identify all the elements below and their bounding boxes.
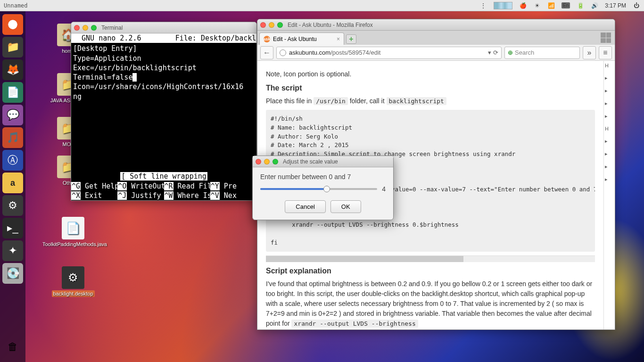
terminal-title: Terminal [101, 25, 123, 31]
minimize-button[interactable] [264, 159, 270, 165]
cursor [132, 73, 137, 82]
close-button[interactable] [260, 22, 266, 28]
firefox-window-title: Edit - Ask Ubuntu - Mozilla Firefox [288, 22, 373, 28]
explanation-text: I've found that optimal brightness is be… [266, 279, 595, 329]
close-button[interactable] [256, 159, 261, 165]
nav-toolbar: ← askubuntu.com/posts/589574/edit ▾⟳ ⊕ S… [257, 45, 615, 61]
session-icon[interactable]: ⏻ [633, 2, 640, 9]
dash-icon[interactable]: ◉ [2, 14, 23, 35]
back-button[interactable]: ← [260, 46, 273, 59]
search-bar[interactable]: ⊕ Search [504, 47, 580, 59]
scale-slider[interactable] [260, 188, 377, 190]
address-bar[interactable]: askubuntu.com/posts/589574/edit ▾⟳ [276, 47, 502, 59]
reload-icon[interactable]: ⟳ [493, 49, 498, 56]
sidebar-heading: H [605, 126, 614, 132]
note-text: Note, Icon portion is optional. [266, 69, 595, 79]
file-icon: 📄 [62, 217, 84, 239]
keyboard-layout-indicator[interactable]: En [561, 2, 570, 8]
firefox-icon[interactable]: 🦊 [2, 59, 23, 80]
window-controls [256, 159, 278, 165]
settings-icon[interactable]: ⚙ [2, 195, 23, 216]
sidebar-arrow-icon: ▸ [605, 138, 614, 144]
dialog-prompt: Enter number between 0 and 7 [260, 173, 386, 181]
amazon-icon[interactable]: a [2, 173, 23, 193]
unity-launcher: ◉ 📁 🦊 📄 💬 🎵 Ⓐ a ⚙ ▸_ ✦ 💽 🗑 [0, 11, 25, 362]
dialog-body: Enter number between 0 and 7 4 Cancel OK [253, 167, 393, 220]
heading-script: The script [266, 84, 595, 92]
terminal-window[interactable]: Terminal GNU nano 2.2.6 File: Desktop/ba… [71, 22, 257, 201]
trash-icon[interactable]: 🗑 [2, 337, 23, 357]
maximize-button[interactable] [277, 22, 283, 28]
browser-tab[interactable]: ask Edit - Ask Ubuntu × [259, 33, 344, 45]
maximize-button[interactable] [91, 25, 97, 31]
window-controls [74, 25, 97, 31]
gear-icon: ⚙ [62, 266, 84, 289]
top-menubar: Unnamed ⋮ 🍎 ☀ 📶 En 🔋 🔊 3:17 PM ⏻ [0, 0, 644, 11]
music-icon[interactable]: 🎵 [2, 127, 23, 148]
sidebar-heading: H [605, 63, 614, 68]
close-button[interactable] [74, 25, 80, 31]
minimize-button[interactable] [83, 25, 88, 31]
dialog-title: Adjust the scale value [283, 158, 338, 165]
chevron-button[interactable]: » [583, 46, 596, 59]
slider-thumb[interactable] [323, 186, 330, 192]
sidebar-arrow-icon: ▸ [605, 88, 614, 94]
apple-icon[interactable]: 🍎 [519, 2, 527, 9]
files-icon[interactable]: 📁 [2, 37, 23, 58]
tab-close-icon[interactable]: × [337, 36, 340, 42]
zenity-scale-dialog[interactable]: Adjust the scale value Enter number betw… [252, 156, 394, 220]
sidebar-arrow-icon: ▸ [605, 113, 614, 119]
libreoffice-icon[interactable]: 📄 [2, 82, 23, 103]
slider-fill [260, 188, 327, 190]
terminal-content[interactable]: GNU nano 2.2.6 File: Desktop/backl [Desk… [71, 33, 256, 200]
tab-groups-icon[interactable] [601, 33, 611, 43]
desktop-java-file[interactable]: 📄 ToolkitPaddingMethods.java [42, 217, 104, 247]
sidebar-column: H ▸ ▸ ▸ ▸ H ▸ ▸ ▸ ▸ [603, 61, 615, 329]
dialog-titlebar[interactable]: Adjust the scale value [253, 156, 393, 167]
drive-icon[interactable]: 💽 [2, 263, 23, 284]
slider-value: 4 [382, 185, 386, 193]
tab-title: Edit - Ask Ubuntu [273, 36, 317, 42]
clock[interactable]: 3:17 PM [605, 2, 626, 9]
ok-button[interactable]: OK [330, 200, 361, 213]
dialog-buttons: Cancel OK [260, 200, 386, 213]
nano-footer: [ Soft line wrapping ^G Get Help ^O Writ… [71, 172, 256, 200]
sidebar-arrow-icon: ▸ [605, 176, 614, 182]
active-window-title: Unnamed [4, 2, 28, 9]
sidebar-arrow-icon: ▸ [605, 100, 614, 107]
firefox-titlebar[interactable]: Edit - Ask Ubuntu - Mozilla Firefox [257, 19, 615, 31]
heading-explanation: Script explanation [266, 267, 595, 275]
cancel-button[interactable]: Cancel [285, 200, 325, 213]
workspace-icon[interactable]: ✦ [2, 240, 23, 261]
code-scrollbar[interactable] [266, 255, 595, 262]
pidgin-icon[interactable]: 💬 [2, 105, 23, 125]
sidebar-arrow-icon: ▸ [605, 75, 614, 81]
terminal-titlebar[interactable]: Terminal [71, 22, 256, 33]
askubuntu-favicon: ask [264, 36, 270, 42]
desktop-backlight-file[interactable]: ⚙ backlight.desktop [42, 266, 104, 296]
terminal-icon[interactable]: ▸_ [2, 218, 23, 239]
volume-icon[interactable]: 🔊 [591, 2, 598, 9]
nano-editor-content[interactable]: [Desktop Entry] Type=Application Exec=/u… [71, 43, 256, 102]
battery-icon[interactable]: 🔋 [577, 2, 584, 9]
window-controls [260, 22, 283, 28]
slider-row: 4 [260, 185, 386, 193]
minimize-button[interactable] [269, 22, 274, 28]
maximize-button[interactable] [272, 159, 278, 165]
brightness-icon[interactable]: ☀ [533, 2, 541, 9]
system-monitor-icon[interactable] [494, 2, 512, 9]
app-store-icon[interactable]: Ⓐ [2, 150, 23, 171]
globe-icon [280, 49, 286, 56]
search-plus-icon: ⊕ [508, 49, 513, 56]
new-tab-button[interactable]: + [346, 34, 356, 44]
indicator-icon[interactable]: ⋮ [479, 2, 487, 9]
system-tray: ⋮ 🍎 ☀ 📶 En 🔋 🔊 3:17 PM ⏻ [479, 2, 640, 9]
tab-bar: ask Edit - Ask Ubuntu × + [257, 31, 615, 45]
wifi-icon[interactable]: 📶 [547, 2, 555, 9]
dropdown-icon[interactable]: ▾ [488, 49, 491, 56]
sidebar-arrow-icon: ▸ [605, 164, 614, 170]
nano-header: GNU nano 2.2.6 File: Desktop/backl [71, 33, 256, 43]
search-placeholder: Search [515, 49, 534, 56]
place-text: Place this file in /usr/bin folder, call… [266, 96, 595, 106]
hamburger-menu-icon[interactable]: ≡ [599, 46, 612, 59]
